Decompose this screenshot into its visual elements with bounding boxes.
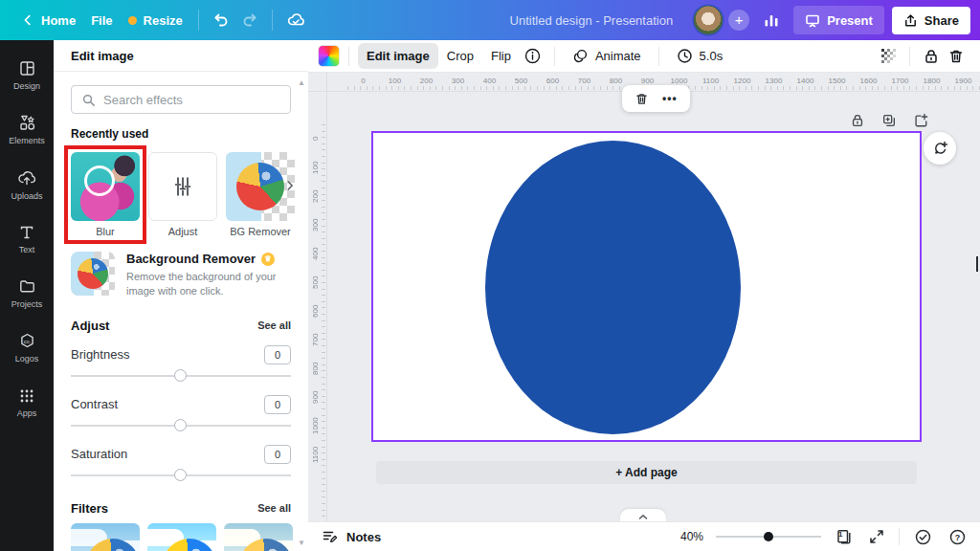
- sidebar-item-apps[interactable]: Apps: [0, 375, 54, 430]
- transparency-button[interactable]: [877, 44, 901, 68]
- home-button[interactable]: Home: [13, 8, 83, 33]
- effect-label: Adjust: [168, 226, 198, 237]
- pro-dot-icon: [128, 16, 137, 25]
- animate-button[interactable]: Animate: [564, 42, 650, 70]
- filter-thumbnail-3[interactable]: [224, 523, 293, 551]
- apps-grid-icon: [18, 387, 35, 405]
- info-icon: [523, 47, 542, 65]
- info-button[interactable]: [520, 43, 546, 69]
- zoom-slider-handle[interactable]: [764, 532, 773, 541]
- beach-ball: [236, 163, 284, 210]
- edit-image-label: Edit image: [367, 49, 430, 63]
- sidebar-item-projects[interactable]: Projects: [0, 266, 54, 320]
- brightness-slider[interactable]: [71, 369, 291, 383]
- comment-button[interactable]: [924, 132, 956, 165]
- scroll-right-button[interactable]: [281, 177, 299, 194]
- slider-handle[interactable]: [174, 369, 187, 382]
- lock-button[interactable]: [919, 44, 944, 69]
- effect-label: BG Remover: [230, 226, 291, 237]
- animate-icon: [572, 48, 589, 64]
- sidebar-item-elements[interactable]: Elements: [0, 102, 54, 157]
- more-options-button[interactable]: •••: [657, 89, 682, 108]
- divider: [899, 528, 900, 545]
- add-page-button[interactable]: + Add page: [376, 461, 917, 484]
- brightness-slider-group: Brightness 0: [71, 345, 291, 383]
- ruler-label: 100: [308, 153, 322, 182]
- slider-handle[interactable]: [174, 469, 187, 481]
- color-swatch-button[interactable]: [318, 45, 340, 67]
- filters-heading: Filters: [71, 501, 108, 516]
- resize-button[interactable]: Resize: [121, 8, 190, 33]
- undo-button[interactable]: [207, 8, 235, 33]
- redo-button[interactable]: [235, 8, 264, 33]
- design-title[interactable]: Untitled design - Presentation: [510, 13, 674, 28]
- undo-icon: [212, 11, 230, 29]
- rail-label: Elements: [9, 136, 45, 145]
- duplicate-page-button[interactable]: [880, 111, 899, 130]
- effect-label: Blur: [96, 226, 115, 237]
- filters-see-all-link[interactable]: See all: [257, 502, 291, 514]
- flip-button[interactable]: Flip: [482, 43, 520, 69]
- panel-scroll-down-arrow[interactable]: ▼: [298, 539, 305, 547]
- share-button[interactable]: Share: [892, 7, 970, 34]
- adjust-see-all-link[interactable]: See all: [257, 320, 291, 331]
- trash-icon: [947, 48, 965, 65]
- logos-icon: co.: [18, 332, 36, 350]
- design-page[interactable]: [371, 131, 922, 442]
- edit-image-tab[interactable]: Edit image: [358, 43, 438, 69]
- brightness-label: Brightness: [71, 347, 129, 362]
- effect-adjust[interactable]: Adjust: [148, 152, 217, 237]
- feature-thumbnail: [71, 252, 115, 296]
- pages-view-button[interactable]: 1: [834, 526, 855, 547]
- filters-header-row: Filters See all: [71, 501, 291, 516]
- brightness-value[interactable]: 0: [264, 345, 291, 364]
- ruler-label: 400: [474, 73, 505, 91]
- present-button[interactable]: Present: [793, 6, 884, 34]
- background-remover-feature[interactable]: Background Remover ♛ Remove the backgrou…: [71, 252, 291, 299]
- status-check-button[interactable]: [912, 526, 934, 548]
- saturation-value[interactable]: 0: [264, 445, 291, 464]
- side-rail: Design Elements Uploads Text Projects co…: [0, 40, 54, 551]
- delete-element-button[interactable]: [630, 89, 654, 109]
- notes-button[interactable]: Notes: [322, 528, 381, 545]
- contrast-slider[interactable]: [71, 419, 291, 432]
- filter-thumbnail-2[interactable]: [147, 523, 216, 551]
- delete-button[interactable]: [944, 44, 969, 69]
- effect-blur[interactable]: Blur: [71, 152, 140, 237]
- slider-handle[interactable]: [174, 419, 187, 431]
- avatar[interactable]: [694, 6, 723, 34]
- file-menu-button[interactable]: File: [83, 8, 120, 33]
- crop-button[interactable]: Crop: [438, 43, 482, 69]
- add-member-button[interactable]: +: [728, 10, 749, 31]
- zoom-slider[interactable]: [716, 530, 821, 543]
- ruler-label: 1000: [308, 411, 322, 440]
- resize-label: Resize: [144, 13, 183, 28]
- collapse-panel-tab[interactable]: [620, 509, 666, 521]
- cloud-save-status-button[interactable]: [280, 7, 311, 33]
- saturation-slider[interactable]: [71, 469, 291, 482]
- ruler-label: 0: [347, 73, 379, 91]
- filter-thumbnail-1[interactable]: [71, 523, 140, 551]
- fullscreen-button[interactable]: [867, 527, 886, 546]
- sidebar-item-text[interactable]: Text: [0, 211, 54, 266]
- transparency-checker-icon: [880, 48, 897, 64]
- add-page-icon-button[interactable]: [911, 111, 930, 130]
- lock-page-button[interactable]: [848, 111, 867, 130]
- duration-button[interactable]: 5.0s: [668, 42, 732, 70]
- search-input[interactable]: [103, 93, 280, 107]
- sidebar-item-uploads[interactable]: Uploads: [0, 157, 54, 211]
- panel-scroll-up-arrow[interactable]: ▲: [298, 78, 305, 87]
- contrast-label: Contrast: [71, 397, 118, 411]
- trash-icon: [635, 92, 649, 106]
- effect-bg-remover[interactable]: BG Remover: [226, 152, 295, 237]
- blue-circle-element[interactable]: [485, 141, 741, 434]
- help-button[interactable]: ?: [947, 526, 969, 548]
- sidebar-item-logos[interactable]: co. Logos: [0, 320, 54, 375]
- sidebar-item-design[interactable]: Design: [0, 48, 54, 102]
- insights-button[interactable]: [757, 8, 786, 33]
- cloud-check-icon: [286, 11, 305, 30]
- ruler-label: 500: [505, 73, 537, 91]
- contrast-value[interactable]: 0: [264, 395, 291, 414]
- duration-label: 5.0s: [700, 49, 724, 63]
- search-effects-box[interactable]: [71, 85, 291, 114]
